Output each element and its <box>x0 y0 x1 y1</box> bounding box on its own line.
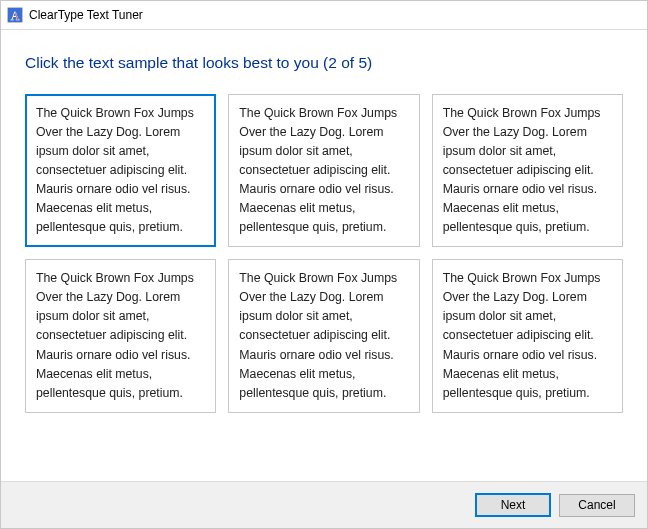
window-frame: A ClearType Text Tuner Click the text sa… <box>0 0 648 529</box>
app-icon: A <box>7 7 23 23</box>
text-sample-3[interactable]: The Quick Brown Fox Jumps Over the Lazy … <box>432 94 623 247</box>
text-sample-5[interactable]: The Quick Brown Fox Jumps Over the Lazy … <box>228 259 419 412</box>
text-sample-1[interactable]: The Quick Brown Fox Jumps Over the Lazy … <box>25 94 216 247</box>
sample-grid: The Quick Brown Fox Jumps Over the Lazy … <box>25 94 623 413</box>
titlebar: A ClearType Text Tuner <box>1 1 647 30</box>
cancel-button[interactable]: Cancel <box>559 494 635 517</box>
text-sample-4[interactable]: The Quick Brown Fox Jumps Over the Lazy … <box>25 259 216 412</box>
text-sample-2[interactable]: The Quick Brown Fox Jumps Over the Lazy … <box>228 94 419 247</box>
text-sample-6[interactable]: The Quick Brown Fox Jumps Over the Lazy … <box>432 259 623 412</box>
content-area: Click the text sample that looks best to… <box>1 30 647 481</box>
page-heading: Click the text sample that looks best to… <box>25 54 623 72</box>
svg-text:A: A <box>11 9 20 23</box>
window-title: ClearType Text Tuner <box>29 8 143 22</box>
next-button[interactable]: Next <box>475 493 551 517</box>
footer-bar: Next Cancel <box>1 481 647 528</box>
